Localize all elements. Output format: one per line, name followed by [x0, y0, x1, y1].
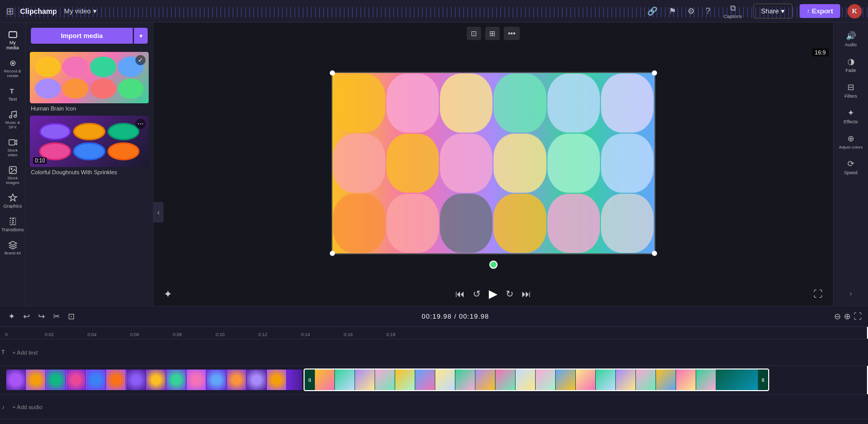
video-track-row: ⏸: [0, 366, 868, 395]
audio-track-label: ♪: [0, 403, 6, 411]
skip-forward-button[interactable]: ⏭: [522, 289, 531, 300]
timeline-zoom-controls: ⊖ ⊕ ⛶: [834, 311, 862, 321]
topbar: ⊞ Clipchamp My video ▾ 🔗 ⚑ ⚙ ? ⧉ Caption…: [0, 0, 868, 23]
sidebar-item-brand-kit[interactable]: Brand kit: [2, 237, 24, 259]
ruler-mark-16: 0:16: [344, 332, 353, 337]
sidebar-item-transitions[interactable]: Transitions: [2, 214, 24, 235]
brand-kit-icon: [8, 241, 17, 250]
more-options-button[interactable]: •••: [504, 27, 520, 40]
ruler-mark-12: 0:12: [258, 332, 268, 337]
share-feedback-icon[interactable]: 🔗: [645, 4, 660, 18]
corner-handle-bl[interactable]: [330, 251, 335, 256]
export-button[interactable]: ↑ Export: [800, 4, 840, 18]
undo-button[interactable]: ↩: [21, 309, 32, 323]
fit-timeline-button[interactable]: ⛶: [854, 312, 862, 321]
zoom-in-button[interactable]: ⊕: [844, 311, 851, 321]
captions-button[interactable]: ⧉ Captions: [719, 2, 746, 21]
import-media-button[interactable]: Import media: [31, 28, 133, 44]
playback-controls: ✦ ⏮ ↺ ▶ ↻ ⏭ ⛶: [153, 282, 833, 306]
sidebar-item-text[interactable]: T Text: [2, 83, 24, 105]
aspect-ratio-badge: 16:9: [812, 48, 829, 57]
ruler-mark-8: 0:08: [173, 332, 182, 337]
preview-toolbar: ⊡ ⊞ •••: [153, 23, 833, 44]
right-panel-speed[interactable]: ⟳ Speed: [835, 155, 867, 179]
share-button[interactable]: Share ▾: [753, 4, 792, 19]
sidebar-item-my-media[interactable]: My media: [2, 27, 24, 53]
import-btn-row: Import media ▾: [31, 28, 148, 44]
sidebar-item-music-sfx[interactable]: Music & SFX: [2, 107, 24, 133]
text-track-row: T + Add text: [0, 339, 868, 366]
zoom-out-button[interactable]: ⊖: [834, 311, 841, 321]
ruler-mark-14: 0:14: [301, 332, 310, 337]
settings-icon[interactable]: ⚙: [685, 4, 697, 18]
redo-button[interactable]: ↪: [36, 309, 47, 323]
media-item-donuts[interactable]: 0:10 ⋯ Colorful Doughnuts With Sprinkles: [30, 116, 149, 175]
fullscreen-button[interactable]: ⛶: [813, 289, 823, 300]
svg-point-4: [9, 116, 12, 118]
timeline-toolbar: ✦ ↩ ↪ ✂ ⊡ 00:19.98 / 00:19.98 ⊖ ⊕ ⛶: [0, 306, 868, 327]
add-audio-button[interactable]: + Add audio: [6, 395, 868, 419]
right-panel-filters[interactable]: ⊟ Filters: [835, 78, 867, 103]
ruler-mark-4: 0:04: [87, 332, 97, 337]
text-icon: T: [8, 86, 17, 96]
ruler-mark-18: 0:18: [386, 332, 396, 337]
help-icon[interactable]: ?: [704, 5, 713, 18]
right-panel-effects[interactable]: ✦ Effects: [835, 104, 867, 128]
timecode: 00:19.98 / 00:19.98: [81, 312, 830, 320]
add-text-button[interactable]: + Add text: [6, 339, 868, 365]
media-item-more-button[interactable]: ✓: [135, 55, 146, 65]
video-clip-macaron[interactable]: ⏸: [304, 368, 769, 391]
flag-icon[interactable]: ⚑: [667, 4, 678, 18]
resize-button[interactable]: ⊞: [485, 27, 500, 40]
copy-button[interactable]: ⊡: [66, 309, 77, 323]
sidebar-item-stock-images[interactable]: Stock images: [2, 162, 24, 188]
svg-text:T: T: [10, 87, 14, 95]
music-icon: [8, 110, 17, 119]
ruler-mark-10: 0:10: [216, 332, 225, 337]
forward-5s-button[interactable]: ↻: [506, 288, 513, 300]
magic-edit-button[interactable]: ✦: [164, 288, 172, 300]
media-item-label-2: Colorful Doughnuts With Sprinkles: [30, 169, 149, 175]
cut-button[interactable]: ✂: [51, 309, 62, 323]
project-name[interactable]: My video ▾: [64, 7, 97, 15]
corner-handle-tl[interactable]: [330, 70, 335, 76]
crop-button[interactable]: ⊡: [467, 27, 481, 40]
corner-handle-tr[interactable]: [652, 70, 657, 76]
right-panel-adjust-colors[interactable]: ⊕ Adjust colors: [835, 130, 867, 154]
media-item-more-button-2[interactable]: ⋯: [135, 119, 146, 129]
stock-video-icon: [8, 138, 17, 147]
media-item-label: Human Brain Icon: [30, 105, 149, 112]
transitions-icon: [8, 217, 17, 226]
skip-back-button[interactable]: ⏮: [455, 289, 465, 300]
right-panel-audio[interactable]: 🔊 Audio: [835, 27, 867, 51]
svg-rect-6: [9, 140, 14, 145]
panel-collapse-button[interactable]: ‹: [153, 202, 164, 223]
fade-icon: ◑: [847, 57, 855, 66]
timeline-tracks: T + Add text: [0, 339, 868, 424]
auto-compose-button[interactable]: ✦: [6, 309, 17, 323]
right-panel-fade[interactable]: ◑ Fade: [835, 52, 867, 77]
avatar[interactable]: K: [847, 4, 862, 19]
rewind-5s-button[interactable]: ↺: [473, 288, 481, 300]
video-clip-donut[interactable]: [6, 370, 302, 390]
grid-icon: ⊞: [6, 6, 14, 17]
center-area: ⊡ ⊞ •••: [153, 23, 833, 306]
import-dropdown-button[interactable]: ▾: [134, 28, 148, 44]
app-name: Clipchamp: [20, 7, 57, 15]
media-icon: [8, 30, 17, 39]
rotate-handle[interactable]: [489, 261, 498, 269]
ruler-mark-6: 0:06: [130, 332, 139, 337]
right-sidebar: 🔊 Audio ◑ Fade ⊟ Filters ✦ Effects ⊕ Adj…: [833, 23, 868, 306]
corner-handle-br[interactable]: [652, 251, 657, 256]
media-item-human-brain[interactable]: ✓ Human Brain Icon: [30, 52, 149, 112]
sidebar-item-stock-video[interactable]: Stock video: [2, 135, 24, 160]
timeline-area: ✦ ↩ ↪ ✂ ⊡ 00:19.98 / 00:19.98 ⊖ ⊕ ⛶ 0 0:…: [0, 306, 868, 424]
adjust-colors-icon: ⊕: [847, 134, 854, 143]
play-button[interactable]: ▶: [489, 287, 498, 301]
sidebar-item-record-create[interactable]: Record & create: [2, 56, 24, 81]
graphics-icon: [8, 193, 17, 202]
speed-icon: ⟳: [847, 159, 854, 169]
main-area: My media Record & create T Text Music & …: [0, 23, 868, 306]
right-panel-collapse-button[interactable]: ›: [849, 289, 852, 298]
sidebar-item-graphics[interactable]: Graphics: [2, 190, 24, 212]
